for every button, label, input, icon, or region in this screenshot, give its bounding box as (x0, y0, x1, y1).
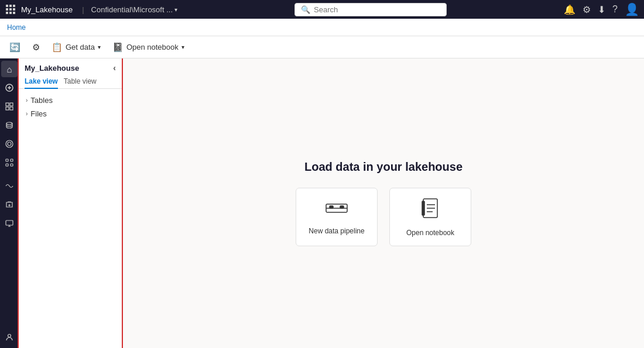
svg-rect-8 (13, 12, 15, 14)
open-notebook-button[interactable]: 📓 Open notebook ▾ (108, 40, 189, 55)
sidebar-item-home[interactable]: ⌂ (1, 61, 18, 77)
sidebar-item-apps[interactable] (1, 154, 18, 171)
tab-lake-view[interactable]: Lake view (25, 75, 58, 89)
chevron-down-icon: ▾ (98, 44, 101, 50)
sidebar-item-monitor[interactable] (1, 215, 18, 232)
svg-rect-13 (10, 103, 13, 106)
settings-icon: ⚙ (32, 42, 40, 53)
download-icon[interactable]: ⬇ (598, 4, 605, 15)
topbar-actions: 🔔 ⚙ ⬇ ? 👤 (564, 2, 639, 16)
search-area: 🔍 (182, 3, 559, 16)
svg-point-17 (8, 142, 11, 146)
topbar: My_Lakehouse | Confidential\Microsoft ..… (0, 0, 644, 19)
left-nav: ⌂ (0, 58, 19, 348)
breadcrumb: Home (0, 19, 644, 36)
svg-rect-3 (6, 8, 8, 11)
waffle-icon[interactable] (5, 4, 16, 15)
sidebar-item-lineage[interactable] (1, 178, 18, 194)
workspace-name[interactable]: Confidential\Microsoft ... ▾ (91, 5, 177, 14)
svg-rect-22 (11, 164, 13, 166)
refresh-button[interactable]: 🔄 (5, 40, 25, 55)
content-area: Load data in your lakehouse New data pip… (123, 58, 644, 348)
svg-rect-0 (6, 5, 8, 7)
explorer-title: My_Lakehouse (25, 64, 79, 73)
svg-rect-5 (13, 8, 15, 11)
tab-table-view[interactable]: Table view (64, 75, 97, 89)
toolbar: 🔄 ⚙ 📋 Get data ▾ 📓 Open notebook ▾ (0, 36, 644, 58)
search-icon: 🔍 (301, 5, 310, 14)
svg-rect-20 (11, 159, 13, 161)
svg-rect-15 (10, 107, 13, 110)
chevron-right-icon: › (26, 97, 28, 104)
pipeline-card-label: New data pipeline (309, 227, 364, 235)
sidebar-item-learn[interactable] (1, 197, 18, 213)
sidebar-item-data[interactable] (1, 117, 18, 133)
svg-rect-12 (6, 103, 9, 106)
svg-rect-2 (13, 5, 15, 7)
main-content: ⌂ My_Lakehouse ‹ (0, 58, 644, 348)
svg-rect-28 (340, 206, 344, 208)
svg-rect-4 (9, 8, 12, 11)
search-input[interactable] (314, 5, 440, 14)
explorer-tabs: Lake view Table view (19, 75, 122, 89)
toolbar-settings-button[interactable]: ⚙ (28, 40, 44, 55)
cards-row: New data pipeline Open notebook (296, 188, 471, 246)
svg-rect-14 (6, 107, 9, 110)
separator: | (82, 5, 84, 14)
help-icon[interactable]: ? (612, 4, 618, 15)
svg-point-24 (8, 335, 11, 337)
chevron-down-icon: ▾ (181, 44, 184, 50)
app-name: My_Lakehouse (21, 5, 73, 14)
svg-point-16 (6, 122, 12, 125)
explorer-items: › Tables › Files (19, 89, 122, 348)
open-notebook-card[interactable]: Open notebook (389, 188, 471, 246)
sidebar-item-people[interactable] (1, 329, 18, 346)
svg-rect-6 (6, 12, 8, 14)
explorer-header: My_Lakehouse ‹ (19, 58, 122, 75)
pipeline-icon (325, 199, 348, 221)
explorer-panel: My_Lakehouse ‹ Lake view Table view › Ta… (19, 58, 123, 348)
svg-rect-23 (6, 220, 13, 225)
explorer-item-files[interactable]: › Files (19, 107, 122, 120)
settings-icon[interactable]: ⚙ (583, 4, 591, 15)
svg-rect-7 (9, 12, 12, 14)
sidebar-item-browse[interactable] (1, 98, 18, 115)
chevron-down-icon: ▾ (174, 6, 177, 13)
refresh-icon: 🔄 (9, 42, 20, 53)
sidebar-item-create[interactable] (1, 80, 18, 96)
svg-rect-27 (330, 206, 333, 208)
chevron-right-icon: › (26, 111, 28, 117)
svg-rect-1 (9, 5, 12, 7)
svg-rect-21 (6, 164, 8, 166)
svg-rect-30 (422, 201, 424, 215)
sidebar-item-models[interactable] (1, 136, 18, 152)
notebook-icon: 📓 (112, 42, 124, 53)
collapse-icon[interactable]: ‹ (113, 63, 116, 73)
explorer-item-tables[interactable]: › Tables (19, 94, 122, 107)
notebook-card-label: Open notebook (406, 229, 454, 237)
home-link[interactable]: Home (7, 23, 26, 32)
user-avatar[interactable]: 👤 (625, 2, 639, 16)
get-data-icon: 📋 (52, 42, 63, 53)
notebook-card-icon (421, 198, 440, 223)
get-data-button[interactable]: 📋 Get data ▾ (47, 40, 105, 55)
notification-icon[interactable]: 🔔 (564, 4, 576, 15)
new-data-pipeline-card[interactable]: New data pipeline (296, 188, 378, 246)
search-box[interactable]: 🔍 (294, 3, 447, 16)
svg-point-18 (6, 140, 13, 147)
load-title: Load data in your lakehouse (304, 160, 463, 174)
svg-rect-19 (6, 159, 8, 161)
